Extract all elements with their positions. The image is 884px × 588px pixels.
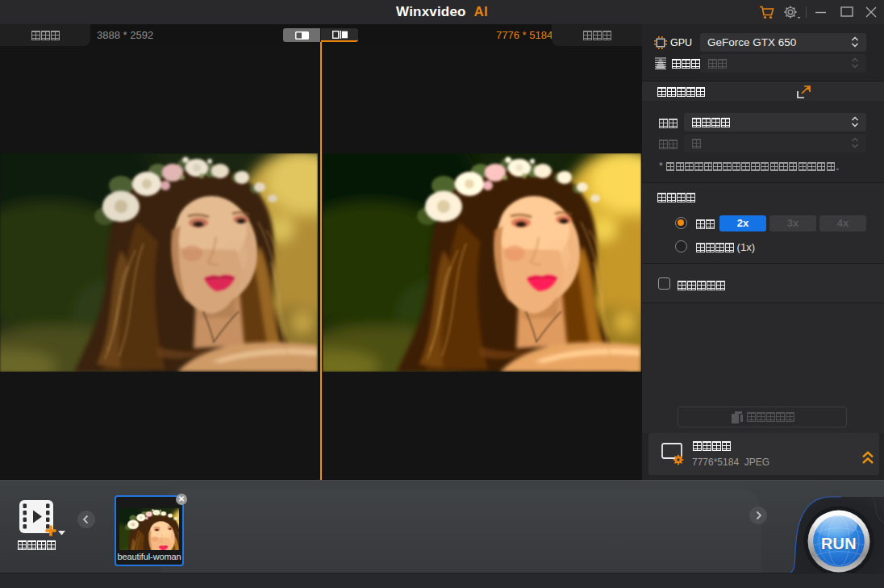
svg-text:RUN: RUN [821,535,857,553]
